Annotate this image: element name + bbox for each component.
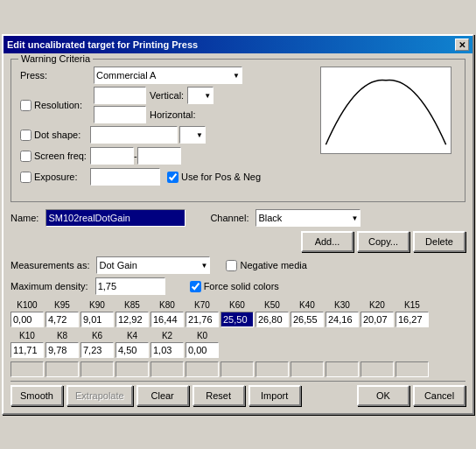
screen-freq-input2[interactable] [137, 147, 181, 165]
max-density-label: Maximum density: [10, 281, 88, 291]
k-headers-row2: K10 K8 K6 K4 K2 K0 [10, 331, 466, 340]
measurements-row: Measurements as: Dot Gain Negative media [10, 256, 466, 274]
cancel-button[interactable]: Cancel [413, 385, 466, 406]
force-solid-colors-label[interactable]: Force solid colors [190, 281, 279, 292]
press-select[interactable]: Commercial A [94, 67, 242, 84]
window-content: Warning Criteria Press: Commercial A [4, 53, 472, 413]
k8-input[interactable] [46, 342, 79, 358]
k8-header: K8 [46, 331, 79, 340]
measurements-select-wrapper[interactable]: Dot Gain [96, 256, 210, 274]
ok-button[interactable]: OK [357, 385, 410, 406]
extra-input-8[interactable] [256, 361, 289, 377]
dot-shape-checkbox-label[interactable]: Dot shape: [20, 130, 90, 141]
k6-input[interactable] [80, 342, 114, 358]
curve-preview [320, 67, 452, 154]
clear-button[interactable]: Clear [136, 385, 189, 406]
horizontal-line: Horizontal: [94, 106, 214, 123]
k95-input[interactable] [46, 312, 79, 327]
extra-input-6[interactable] [186, 361, 219, 377]
force-solid-colors-checkbox[interactable] [190, 281, 201, 292]
k2-input[interactable] [150, 342, 184, 358]
channel-select[interactable]: Black [256, 209, 360, 227]
extra-input-3[interactable] [80, 361, 114, 377]
screen-freq-checkbox-label[interactable]: Screen freq: [20, 151, 90, 162]
copy-button[interactable]: Copy... [357, 231, 410, 252]
extra-input-9[interactable] [290, 361, 324, 377]
resolution-horizontal-input[interactable] [94, 106, 146, 123]
k6-header: K6 [80, 331, 114, 340]
horizontal-label: Horizontal: [150, 109, 196, 120]
k100-input[interactable] [10, 312, 44, 327]
reset-button[interactable]: Reset [192, 385, 245, 406]
k0-input[interactable] [186, 342, 219, 358]
k30-input[interactable] [326, 312, 359, 327]
vertical-select[interactable] [187, 87, 214, 104]
k10-input[interactable] [10, 342, 44, 358]
extra-input-4[interactable] [116, 361, 149, 377]
dot-shape-input[interactable] [90, 126, 178, 144]
k4-input[interactable] [116, 342, 149, 358]
dot-shape-checkbox[interactable] [20, 130, 32, 141]
resolution-checkbox-label[interactable]: Resolution: [20, 100, 90, 111]
extra-input-7[interactable] [220, 361, 254, 377]
extra-input-2[interactable] [46, 361, 79, 377]
add-button[interactable]: Add... [301, 231, 354, 252]
k30-header: K30 [326, 300, 359, 310]
maxdensity-row: Maximum density: Force solid colors [10, 277, 466, 295]
extra-input-11[interactable] [360, 361, 394, 377]
resolution-vertical-input[interactable] [94, 87, 146, 104]
extra-input-5[interactable] [150, 361, 184, 377]
name-label: Name: [10, 213, 38, 223]
use-for-pos-neg-checkbox[interactable] [167, 172, 178, 183]
negative-media-checkbox[interactable] [226, 260, 237, 271]
extra-input-1[interactable] [10, 361, 44, 377]
resolution-label: Resolution: [34, 100, 82, 110]
extra-input-10[interactable] [326, 361, 359, 377]
measurements-select[interactable]: Dot Gain [96, 256, 210, 274]
use-for-pos-neg-label[interactable]: Use for Pos & Neg [167, 172, 261, 183]
exposure-input[interactable] [90, 168, 160, 186]
delete-button[interactable]: Delete [413, 231, 466, 252]
extra-input-12[interactable] [396, 361, 429, 377]
max-density-input[interactable] [95, 277, 165, 295]
channel-label: Channel: [210, 213, 248, 223]
k15-header: K15 [396, 300, 429, 310]
k100-header: K100 [10, 300, 44, 310]
k60-input[interactable] [220, 312, 254, 327]
k85-header: K85 [116, 300, 149, 310]
k15-input[interactable] [396, 312, 429, 327]
k85-input[interactable] [116, 312, 149, 327]
dot-shape-select[interactable] [179, 126, 206, 144]
import-button[interactable]: Import [248, 385, 301, 406]
k20-input[interactable] [360, 312, 394, 327]
k50-input[interactable] [256, 312, 289, 327]
exposure-checkbox[interactable] [20, 172, 32, 183]
k70-input[interactable] [186, 312, 219, 327]
vertical-select-wrapper[interactable] [187, 87, 214, 104]
force-solid-colors-text: Force solid colors [204, 281, 279, 291]
extrapolate-button[interactable]: Extrapolate [66, 385, 133, 406]
screen-freq-input1[interactable] [90, 147, 134, 165]
bottom-left-buttons: Smooth Extrapolate Clear Reset Import [10, 385, 301, 406]
screen-freq-checkbox[interactable] [20, 151, 32, 162]
close-button[interactable]: ✕ [455, 39, 469, 51]
k40-input[interactable] [290, 312, 324, 327]
k90-input[interactable] [80, 312, 114, 327]
vertical-label: Vertical: [150, 90, 184, 101]
resolution-checkbox[interactable] [20, 100, 32, 111]
press-label: Press: [20, 70, 90, 81]
k80-input[interactable] [150, 312, 184, 327]
dot-shape-row: Dot shape: [20, 126, 309, 144]
press-select-wrapper[interactable]: Commercial A [94, 67, 242, 84]
smooth-button[interactable]: Smooth [10, 385, 63, 406]
dot-shape-label: Dot shape: [34, 130, 80, 140]
exposure-checkbox-label[interactable]: Exposure: [20, 172, 90, 183]
dot-shape-select-wrapper[interactable] [179, 126, 206, 144]
negative-media-label[interactable]: Negative media [226, 260, 306, 271]
k20-header: K20 [360, 300, 394, 310]
name-input[interactable] [46, 209, 186, 227]
action-buttons-row: Add... Copy... Delete [10, 231, 466, 252]
screen-freq-row: Screen freq: - [20, 147, 309, 165]
channel-select-wrapper[interactable]: Black [256, 209, 360, 227]
window-title: Edit uncalibrated target for Printing Pr… [7, 39, 198, 50]
